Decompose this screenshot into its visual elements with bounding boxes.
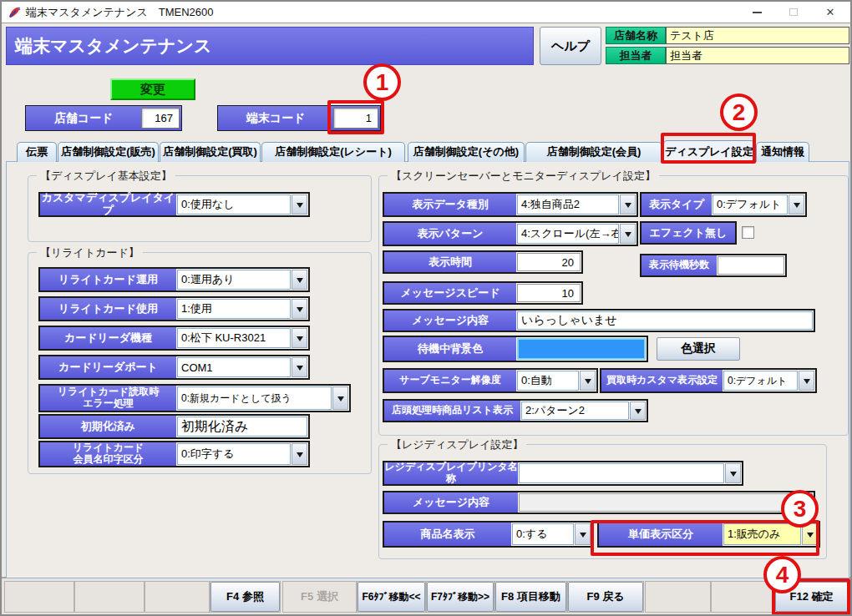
annotation-circle-3: 3 — [781, 490, 819, 528]
initialized-label: 初期化済み — [40, 416, 176, 437]
no-effect-checkbox[interactable] — [742, 226, 754, 239]
terminal-code-label: 端末コード — [218, 111, 333, 126]
dropdown-arrow-icon[interactable] — [620, 224, 636, 244]
rewrite-card-use-value[interactable]: 1:使用 — [177, 299, 291, 319]
rewrite-card-read-error-value[interactable]: 0:新規カードとして扱う — [177, 386, 332, 410]
annotation-rect-2 — [661, 133, 756, 164]
sub-monitor-resolution-select[interactable]: サーブモニター解像度 0:自動 — [383, 368, 598, 393]
fkey-cell-f6: F6ﾀﾌﾞ移動<< — [357, 581, 426, 613]
store-product-list-value[interactable]: 2:パターン2 — [521, 401, 629, 420]
rewrite-card-operation-value[interactable]: 0:運用あり — [177, 270, 291, 290]
card-reader-port-select[interactable]: カードリーダポート COM1 — [38, 355, 310, 380]
customer-display-type-select[interactable]: カスタマディスプレイタイプ 0:使用なし — [38, 192, 310, 217]
store-product-list-select[interactable]: 店頭処理時商品リスト表示 2:パターン2 — [383, 399, 648, 422]
rewrite-card-member-print-value[interactable]: 0:印字する — [177, 443, 291, 465]
tab-panel: 【ディスプレイ基本設定】 カスタマディスプレイタイプ 0:使用なし 【リライトカ… — [6, 161, 849, 578]
display-data-type-select[interactable]: 表示データ種別 4:独自商品2 — [383, 192, 638, 217]
annotation-rect-3 — [591, 520, 819, 556]
dropdown-arrow-icon[interactable] — [292, 328, 307, 348]
minimize-button[interactable] — [738, 2, 775, 23]
dropdown-arrow-icon[interactable] — [292, 357, 307, 377]
fkey-cell-f5: F5 選択 — [282, 581, 357, 613]
change-mode-button[interactable]: 変更 — [110, 78, 195, 100]
card-reader-model-select[interactable]: カードリーダ機種 0:松下 KU-R3021 — [38, 326, 310, 351]
customer-display-type-label: カスタマディスプレイタイプ — [40, 194, 176, 215]
f8-item-move-button[interactable]: F8 項目移動 — [495, 582, 566, 612]
display-type-value[interactable]: 0:デフォルト — [713, 194, 788, 215]
rewrite-card-member-print-select[interactable]: リライトカード 会員名印字区分 0:印字する — [38, 441, 310, 467]
customer-display-type-value[interactable]: 0:使用なし — [177, 194, 291, 215]
maximize-button[interactable] — [775, 2, 812, 23]
rewrite-card-member-print-label: リライトカード 会員名印字区分 — [40, 442, 176, 466]
no-effect-label: エフェクト無し — [640, 221, 737, 245]
tab-denpyo[interactable]: 伝票 — [17, 142, 57, 162]
f6-tab-back-button[interactable]: F6ﾀﾌﾞ移動<< — [358, 582, 425, 612]
color-select-button[interactable]: 色選択 — [657, 337, 740, 361]
dropdown-arrow-icon[interactable] — [292, 299, 307, 319]
store-code-label: 店舗コード — [26, 111, 141, 126]
dropdown-arrow-icon[interactable] — [620, 194, 636, 215]
help-button[interactable]: ヘルプ — [540, 27, 601, 65]
rewrite-card-operation-select[interactable]: リライトカード運用 0:運用あり — [38, 267, 310, 292]
staff-value: 担当者 — [666, 47, 849, 64]
sub-monitor-resolution-value[interactable]: 0:自動 — [517, 371, 579, 391]
card-reader-port-value[interactable]: COM1 — [177, 357, 291, 377]
tab-control-member[interactable]: 店舗制御設定(会員) — [525, 142, 662, 162]
group-rewrite-card-title: 【リライトカード】 — [37, 245, 143, 260]
close-button[interactable]: ✕ — [812, 2, 849, 23]
message-content-label: メッセージ内容 — [384, 311, 516, 331]
message-speed-field: メッセージスピード 10 — [383, 281, 583, 305]
tab-control-receipt[interactable]: 店舗制御設定(レシート) — [261, 142, 405, 162]
annotation-circle-2: 2 — [720, 93, 758, 131]
display-pattern-select[interactable]: 表示パターン 4:スクロール(左→右) — [383, 221, 638, 246]
group-regi-display-title: 【レジディスプレイ設定】 — [388, 437, 526, 452]
dropdown-arrow-icon — [725, 463, 741, 483]
display-time-input[interactable]: 20 — [517, 253, 581, 271]
f9-back-button[interactable]: F9 戻る — [568, 582, 643, 612]
message-content-input[interactable]: いらっしゃいませ — [517, 311, 813, 330]
tab-notification[interactable]: 通知情報 — [756, 142, 809, 162]
regi-display-printer-select[interactable]: レジディスプレイプリンタ名称 — [383, 461, 743, 486]
group-screensaver-title: 【スクリーンセーバーとモニターディスプレイ設定】 — [388, 169, 659, 184]
rewrite-card-use-select[interactable]: リライトカード使用 1:使用 — [38, 296, 310, 321]
tab-control-other[interactable]: 店舗制御設定(その他) — [408, 142, 525, 162]
kaitori-customer-display-value[interactable]: 0:デフォルト — [723, 371, 798, 391]
display-wait-seconds-input[interactable] — [718, 256, 784, 275]
dropdown-arrow-icon[interactable] — [292, 194, 307, 215]
dropdown-arrow-icon[interactable] — [332, 386, 348, 410]
product-name-display-value[interactable]: 0:する — [512, 523, 574, 545]
annotation-circle-4: 4 — [763, 556, 801, 593]
display-type-select[interactable]: 表示タイプ 0:デフォルト — [640, 192, 807, 217]
tab-control-purchase[interactable]: 店舗制御設定(買取) — [160, 142, 261, 162]
fkey-cell-f8: F8 項目移動 — [494, 581, 567, 613]
kaitori-customer-display-select[interactable]: 買取時カスタマ表示設定 0:デフォルト — [600, 368, 817, 393]
dropdown-arrow-icon[interactable] — [630, 401, 646, 420]
display-wait-seconds-field: 表示待機秒数 — [640, 254, 787, 277]
fkey-cell-f9: F9 戻る — [567, 581, 644, 613]
store-product-list-label: 店頭処理時商品リスト表示 — [384, 401, 520, 421]
regi-display-printer-value[interactable] — [519, 463, 724, 483]
card-reader-port-label: カードリーダポート — [40, 356, 176, 378]
standby-bg-color-swatch[interactable] — [517, 338, 646, 360]
dropdown-arrow-icon[interactable] — [292, 270, 307, 290]
rewrite-card-use-label: リライトカード使用 — [40, 298, 176, 320]
kaitori-customer-display-label: 買取時カスタマ表示設定 — [601, 370, 723, 391]
tab-control-sales[interactable]: 店舗制御設定(販売) — [58, 142, 159, 162]
dropdown-arrow-icon[interactable] — [580, 371, 596, 391]
dropdown-arrow-icon[interactable] — [799, 371, 814, 391]
initialized-value[interactable]: 初期化済み — [177, 417, 307, 437]
message-speed-input[interactable]: 10 — [517, 284, 581, 302]
dropdown-arrow-icon[interactable] — [292, 443, 307, 465]
dropdown-arrow-icon[interactable] — [789, 194, 804, 215]
rewrite-card-read-error-select[interactable]: リライトカード読取時 エラー処理 0:新規カードとして扱う — [38, 384, 351, 412]
product-name-display-select[interactable]: 商品名表示 0:する — [383, 521, 593, 548]
regi-message-content-input[interactable] — [519, 493, 813, 512]
dropdown-arrow-icon[interactable] — [575, 523, 591, 545]
display-data-type-value[interactable]: 4:独自商品2 — [517, 194, 619, 215]
f4-reference-button[interactable]: F4 参照 — [210, 582, 280, 612]
display-pattern-value[interactable]: 4:スクロール(左→右) — [517, 224, 619, 244]
f7-tab-forward-button[interactable]: F7ﾀﾌﾞ移動>> — [427, 582, 494, 612]
store-code-input[interactable]: 167 — [141, 108, 180, 129]
fkey-cell-f7: F7ﾀﾌﾞ移動>> — [426, 581, 494, 613]
card-reader-model-value[interactable]: 0:松下 KU-R3021 — [177, 328, 291, 348]
